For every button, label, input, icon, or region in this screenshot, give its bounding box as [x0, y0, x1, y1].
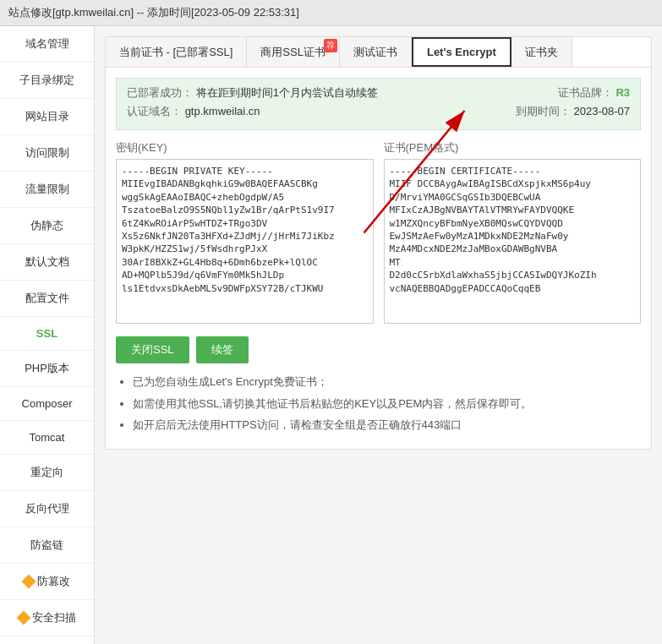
deploy-desc: 将在距到期时间1个月内尝试自动续签: [196, 86, 378, 99]
note-item-2: 如需使用其他SSL,请切换其他证书后粘贴您的KEY以及PEM内容，然后保存即可。: [133, 396, 641, 412]
sidebar: 域名管理 子目录绑定 网站目录 访问限制 流量限制 伪静态 默认文档 配置文件 …: [0, 26, 95, 644]
ssl-status-right: 证书品牌： R3 到期时间： 2023-08-07: [379, 85, 631, 123]
close-ssl-button[interactable]: 关闭SSL: [116, 336, 189, 363]
tab-current-cert[interactable]: 当前证书 - [已部署SSL]: [106, 37, 247, 67]
sidebar-item-website-log[interactable]: 网站日志: [0, 636, 94, 644]
sidebar-item-tomcat[interactable]: Tomcat: [0, 421, 94, 455]
key-label: 密钥(KEY): [116, 140, 374, 156]
tab-lets-encrypt[interactable]: Let's Encrypt: [412, 37, 512, 67]
sidebar-item-security-scan[interactable]: 安全扫描: [0, 600, 94, 636]
sidebar-item-php-version[interactable]: PHP版本: [0, 351, 94, 387]
key-cert-section: 密钥(KEY) 证书(PEM格式): [116, 140, 641, 326]
tab-bar: 当前证书 - [已部署SSL] 商用SSL证书 荐 测试证书 Let's Enc…: [105, 36, 652, 67]
sidebar-item-default-doc[interactable]: 默认文档: [0, 244, 94, 281]
brand-row: 证书品牌： R3: [379, 85, 631, 101]
cert-area: 证书(PEM格式): [384, 140, 642, 326]
sidebar-item-redirect[interactable]: 重定向: [0, 455, 94, 491]
deploy-label: 已部署成功：: [127, 86, 193, 99]
sidebar-item-pseudo-static[interactable]: 伪静态: [0, 208, 94, 244]
note-item-1: 已为您自动生成Let's Encrypt免费证书；: [133, 374, 641, 390]
sidebar-item-hotlink[interactable]: 防盗链: [0, 527, 94, 564]
brand-value: R3: [615, 86, 630, 99]
sidebar-item-config-file[interactable]: 配置文件: [0, 281, 94, 317]
domain-row: 认证域名： gtp.kmweilai.cn: [127, 104, 379, 119]
notes-list: 已为您自动生成Let's Encrypt免费证书； 如需使用其他SSL,请切换其…: [116, 374, 641, 434]
title-bar: 站点修改[gtp.kmweilai.cn] -- 添加时间[2023-05-09…: [0, 0, 662, 26]
tab-test-cert[interactable]: 测试证书: [340, 37, 412, 67]
key-area: 密钥(KEY): [116, 140, 374, 326]
sidebar-item-reverse-proxy[interactable]: 反向代理: [0, 491, 94, 527]
title-text: 站点修改[gtp.kmweilai.cn] -- 添加时间[2023-05-09…: [8, 6, 299, 19]
deploy-status-row: 已部署成功： 将在距到期时间1个月内尝试自动续签: [127, 85, 379, 101]
cert-label: 证书(PEM格式): [384, 140, 642, 156]
sidebar-item-ssl[interactable]: SSL: [0, 317, 94, 351]
expiry-value: 2023-08-07: [574, 105, 631, 117]
sidebar-item-flow-limit[interactable]: 流量限制: [0, 172, 94, 208]
main-content: 当前证书 - [已部署SSL] 商用SSL证书 荐 测试证书 Let's Enc…: [95, 26, 662, 644]
cert-textarea[interactable]: [384, 159, 642, 324]
expiry-row: 到期时间： 2023-08-07: [379, 104, 631, 119]
sidebar-item-composer[interactable]: Composer: [0, 387, 94, 421]
action-buttons: 关闭SSL 续签: [116, 336, 641, 363]
sidebar-item-subdomain[interactable]: 子目录绑定: [0, 63, 94, 99]
diamond-icon-anti-tamper: [22, 575, 36, 589]
brand-label: 证书品牌：: [558, 86, 613, 99]
key-textarea[interactable]: [116, 159, 374, 324]
note-item-3: 如开启后无法使用HTTPS访问，请检查安全组是否正确放行443端口: [133, 417, 641, 434]
tab-cert-folder[interactable]: 证书夹: [512, 37, 572, 67]
renew-button[interactable]: 续签: [196, 336, 249, 363]
ssl-status-bar: 已部署成功： 将在距到期时间1个月内尝试自动续签 认证域名： gtp.kmwei…: [116, 78, 641, 130]
sidebar-item-domain[interactable]: 域名管理: [0, 26, 94, 63]
expiry-label: 到期时间：: [516, 105, 571, 117]
domain-label: 认证域名：: [127, 105, 182, 117]
sidebar-item-access-limit[interactable]: 访问限制: [0, 135, 94, 172]
ssl-panel: 已部署成功： 将在距到期时间1个月内尝试自动续签 认证域名： gtp.kmwei…: [105, 67, 652, 450]
ssl-status-left: 已部署成功： 将在距到期时间1个月内尝试自动续签 认证域名： gtp.kmwei…: [127, 85, 379, 123]
domain-value: gtp.kmweilai.cn: [185, 105, 260, 117]
sidebar-item-website-dir[interactable]: 网站目录: [0, 99, 94, 135]
sidebar-item-anti-tamper[interactable]: 防篡改: [0, 564, 94, 600]
diamond-icon-security: [16, 611, 30, 625]
tab-commercial-ssl[interactable]: 商用SSL证书 荐: [247, 37, 340, 67]
commercial-ssl-badge: 荐: [324, 39, 337, 52]
